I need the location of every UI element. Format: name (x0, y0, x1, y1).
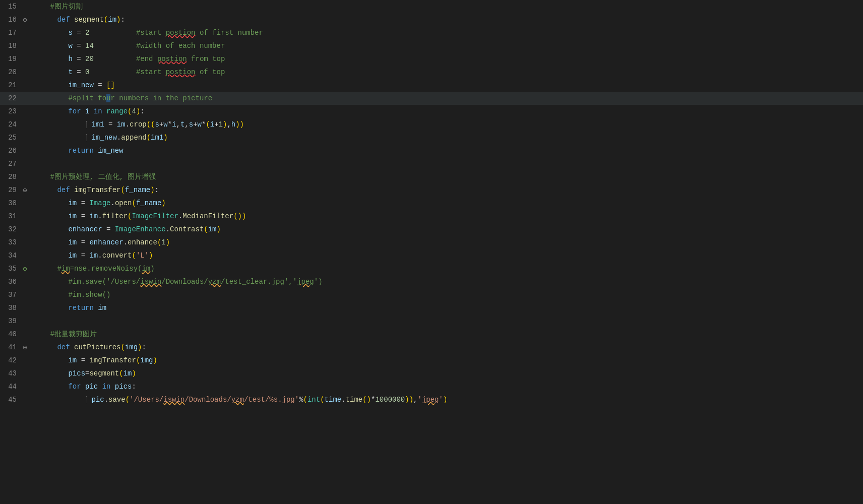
var-im-new-26: im_new (98, 147, 123, 155)
var-time-45: time (325, 396, 342, 404)
line-number-42: 42 (0, 356, 23, 364)
builtin-int: int (307, 396, 320, 404)
line-number-29: 29 (0, 186, 23, 194)
line-number-41: 41 (0, 343, 23, 351)
line-number-34: 34 (0, 251, 23, 260)
keyword-return-38: return (68, 304, 98, 312)
line-number-43: 43 (0, 369, 23, 377)
line-number-16: 16 (0, 16, 23, 24)
line-number-36: 36 (0, 278, 23, 286)
line-number-17: 17 (0, 29, 23, 37)
line-content-45: pic.save('/Users/iswin/Downloads/yzm/tes… (23, 388, 863, 412)
indent2-45 (50, 396, 86, 404)
line-number-24: 24 (0, 120, 23, 129)
indent1-38 (50, 304, 68, 312)
keyword-return-26: return (68, 147, 98, 155)
dot-45: . (104, 396, 108, 404)
line-number-28: 28 (0, 173, 23, 181)
str-jpeg: 'jpeg' (417, 396, 443, 404)
paren-45e: )) (405, 396, 413, 404)
line-number-32: 32 (0, 225, 23, 233)
line-number-30: 30 (0, 199, 23, 207)
var-im-38: im (98, 304, 106, 312)
line-number-38: 38 (0, 304, 23, 312)
paren-45b: ( (303, 396, 307, 404)
paren-45d: () (362, 396, 371, 404)
line-number-39: 39 (0, 317, 23, 325)
line-number-21: 21 (0, 81, 23, 89)
line-number-44: 44 (0, 383, 23, 391)
code-line-38: 38 return im (0, 301, 863, 314)
num-1000000: 1000000 (375, 396, 405, 404)
line-number-33: 33 (0, 238, 23, 246)
code-editor: 15 #图片切割 16 ⊖ def segment(im): 17 s = 2 … (0, 0, 863, 504)
line-number-25: 25 (0, 134, 23, 142)
line-number-35: 35 (0, 265, 23, 273)
method-save-45: save (108, 396, 126, 404)
method-time-45: time (346, 396, 363, 404)
paren-45c: ( (320, 396, 324, 404)
line-number-31: 31 (0, 212, 23, 220)
code-line-26: 26 return im_new (0, 144, 863, 157)
line-number-45: 45 (0, 396, 23, 404)
line-number-18: 18 (0, 42, 23, 50)
line-number-23: 23 (0, 107, 23, 115)
var-pic-45: pic (91, 396, 104, 404)
line-number-27: 27 (0, 160, 23, 168)
line-number-40: 40 (0, 330, 23, 338)
line-number-20: 20 (0, 68, 23, 76)
str-path: '/Users/iswin/Downloads/yzm/test/%s.jpg' (130, 396, 299, 404)
line-number-37: 37 (0, 291, 23, 299)
line-number-26: 26 (0, 147, 23, 155)
paren-45-close: ) (443, 396, 447, 404)
percent-45: % (299, 396, 303, 404)
line-number-19: 19 (0, 55, 23, 63)
dot2-45: . (341, 396, 345, 404)
line-number-15: 15 (0, 3, 23, 11)
line-number-22: 22 (0, 94, 23, 102)
indent1-26 (50, 147, 68, 155)
code-line-45: 45 pic.save('/Users/iswin/Downloads/yzm/… (0, 393, 863, 406)
paren-45: ( (126, 396, 130, 404)
